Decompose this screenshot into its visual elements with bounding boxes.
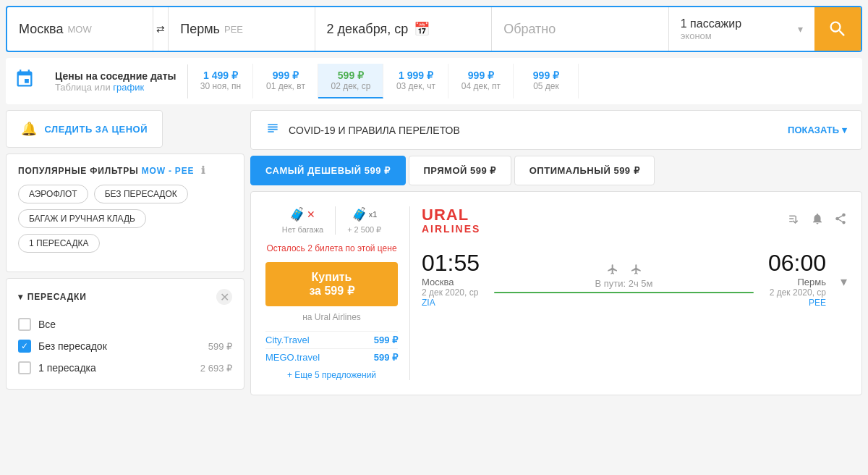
search-button[interactable]	[814, 7, 861, 51]
bell-icon: 🔔	[21, 121, 38, 137]
agent-rows: City.Travel 599 ₽ MEGO.travel 599 ₽	[265, 331, 398, 366]
chevron-down-icon: ▾	[798, 23, 803, 35]
sort-tab[interactable]: ПРЯМОЙ 599 ₽	[409, 156, 511, 185]
stop-checkbox[interactable]	[18, 318, 31, 331]
arrival-city: Пермь	[797, 277, 826, 287]
expand-button[interactable]: ▾	[841, 274, 847, 290]
covid-bar: COVID-19 И ПРАВИЛА ПЕРЕЛЕТОВ ПОКАЗАТЬ ▾	[250, 110, 862, 150]
filter-tag[interactable]: БАГАЖ И РУЧНАЯ КЛАДЬ	[18, 209, 146, 228]
with-baggage-price: + 2 500 ₽	[347, 225, 381, 235]
buy-subtitle: на Ural Airlines	[302, 312, 361, 322]
origin-city: Москва	[19, 22, 63, 37]
plane-depart-icon	[605, 264, 620, 275]
remaining-tickets-text: Осталось 2 билета по этой цене	[266, 243, 396, 253]
path-icons	[605, 264, 643, 275]
stop-items: Все Без пересадок 599 ₽ 1 пересадка 2 69…	[18, 314, 232, 379]
return-placeholder: Обратно	[503, 22, 556, 37]
follow-price-label: СЛЕДИТЬ ЗА ЦЕНОЙ	[45, 124, 148, 135]
agent-name[interactable]: MEGO.travel	[265, 352, 320, 363]
destination-segment[interactable]: Пермь PEE	[169, 7, 315, 51]
agent-row: City.Travel 599 ₽	[265, 331, 398, 348]
flight-path: В пути: 2ч 5м	[494, 264, 754, 293]
follow-price-button[interactable]: 🔔 СЛЕДИТЬ ЗА ЦЕНОЙ	[6, 110, 163, 148]
popular-filters-title: ПОПУЛЯРНЫЕ ФИЛЬТРЫ MOW - PEE ℹ	[18, 164, 232, 176]
origin-segment[interactable]: Москва MOW	[7, 7, 153, 51]
bag-icon: 🧳	[289, 206, 305, 222]
item-date: 30 ноя, пн	[200, 81, 241, 91]
departure-city: Москва	[422, 277, 480, 287]
stop-checkbox[interactable]	[18, 361, 31, 374]
arrival-block: 06:00 Пермь 2 дек 2020, ср PEE	[768, 250, 826, 308]
arrival-airport-code: PEE	[809, 298, 826, 308]
airline-name-line2: AIRLINES	[422, 224, 480, 235]
swap-icon[interactable]: ⇄	[156, 23, 165, 35]
stop-price: 599 ₽	[208, 341, 232, 352]
stops-title: ▾ ПЕРЕСАДКИ	[18, 292, 87, 302]
with-baggage-group: 🧳 x1 + 2 500 ₽	[347, 206, 381, 235]
airline-name-line1: URAL	[422, 206, 480, 224]
passenger-count: 1 пассажир	[681, 17, 798, 30]
baggage-icons: 🧳 ✕ Нет багажа 🧳 x1 + 2 500 ₽	[282, 206, 381, 235]
calendar-icon[interactable]: 📅	[414, 21, 430, 37]
origin-code: MOW	[67, 24, 91, 35]
sort-tabs: САМЫЙ ДЕШЕВЫЙ 599 ₽ПРЯМОЙ 599 ₽ОПТИМАЛЬН…	[250, 156, 862, 185]
bell-icon[interactable]	[811, 212, 824, 229]
arrival-time: 06:00	[768, 250, 826, 277]
filter-tag[interactable]: АЭРОФЛОТ	[18, 185, 88, 203]
flight-times: 01:55 Москва 2 дек 2020, ср ZIA В пути: …	[422, 250, 847, 308]
return-segment[interactable]: Обратно	[492, 7, 669, 51]
sort-tab[interactable]: ОПТИМАЛЬНЫЙ 599 ₽	[514, 156, 655, 185]
flight-info-panel: URAL AIRLINES	[422, 206, 847, 380]
covid-text: COVID-19 И ПРАВИЛА ПЕРЕЛЕТОВ	[289, 125, 779, 136]
more-offers-link[interactable]: + Еще 5 предложений	[287, 370, 376, 380]
departure-time: 01:55	[422, 250, 480, 277]
agent-name[interactable]: City.Travel	[265, 335, 310, 345]
results-area: COVID-19 И ПРАВИЛА ПЕРЕЛЕТОВ ПОКАЗАТЬ ▾ …	[250, 110, 862, 395]
date-price-items: 1 499 ₽ 30 ноя, пн 999 ₽ 01 дек, вт 599 …	[188, 64, 862, 98]
buy-button[interactable]: Купить за 599 ₽	[265, 262, 398, 306]
airline-actions	[788, 212, 847, 229]
date-price-item[interactable]: 999 ₽ 04 дек, пт	[448, 64, 514, 98]
with-baggage-icon-row: 🧳 x1	[352, 206, 378, 222]
path-progress	[494, 292, 754, 293]
share-icon[interactable]	[834, 212, 847, 229]
stop-item[interactable]: Все	[18, 314, 232, 335]
stops-filter: ▾ ПЕРЕСАДКИ ✕ Все Без пересадок 599 ₽ 1 …	[6, 278, 244, 390]
departure-date: 2 декабря, ср	[327, 22, 409, 37]
agent-row: MEGO.travel 599 ₽	[265, 348, 398, 366]
date-price-item[interactable]: 999 ₽ 05 дек	[514, 64, 579, 98]
date-price-info: Цены на соседние даты Таблица или график	[43, 64, 188, 98]
stop-item[interactable]: 1 пересадка 2 693 ₽	[18, 357, 232, 379]
stop-price: 2 693 ₽	[200, 363, 232, 374]
list-icon[interactable]	[788, 212, 801, 229]
price-graph-link[interactable]: график	[113, 82, 144, 93]
bag-x1-label: x1	[369, 210, 378, 219]
filter-tag[interactable]: БЕЗ ПЕРЕСАДОК	[94, 185, 188, 203]
covid-icon	[265, 121, 280, 139]
item-date: 05 дек	[533, 81, 559, 91]
covid-show-button[interactable]: ПОКАЗАТЬ ▾	[788, 125, 847, 135]
flight-duration: В пути: 2ч 5м	[595, 278, 652, 289]
sort-tab[interactable]: САМЫЙ ДЕШЕВЫЙ 599 ₽	[250, 156, 406, 185]
date-segment[interactable]: 2 декабря, ср 📅	[315, 7, 493, 51]
date-price-item[interactable]: 599 ₽ 02 дек, ср	[318, 64, 383, 98]
no-baggage-icon-row: 🧳 ✕	[289, 206, 315, 222]
price-calendar-subtitle: Таблица или график	[55, 82, 176, 93]
date-price-item[interactable]: 1 499 ₽ 30 ноя, пн	[188, 64, 253, 98]
arrival-date-label: 2 дек 2020, ср	[770, 287, 826, 298]
filter-tag[interactable]: 1 ПЕРЕСАДКА	[18, 234, 100, 253]
stops-close-button[interactable]: ✕	[216, 289, 232, 305]
item-date: 01 дек, вт	[266, 81, 305, 91]
stop-label: Без пересадок	[38, 340, 201, 352]
no-baggage-x-icon: ✕	[307, 209, 315, 220]
item-price: 999 ₽	[468, 70, 494, 81]
date-price-item[interactable]: 1 999 ₽ 03 дек, чт	[383, 64, 448, 98]
destination-code: PEE	[224, 24, 243, 35]
destination-city: Пермь	[180, 22, 220, 37]
date-price-item[interactable]: 999 ₽ 01 дек, вт	[253, 64, 318, 98]
stop-item[interactable]: Без пересадок 599 ₽	[18, 335, 232, 357]
passengers-segment[interactable]: 1 пассажир эконом ▾	[669, 7, 814, 51]
stop-checkbox[interactable]	[18, 340, 31, 353]
info-icon[interactable]: ℹ	[201, 164, 205, 176]
swap-segment[interactable]: ⇄	[153, 7, 169, 51]
